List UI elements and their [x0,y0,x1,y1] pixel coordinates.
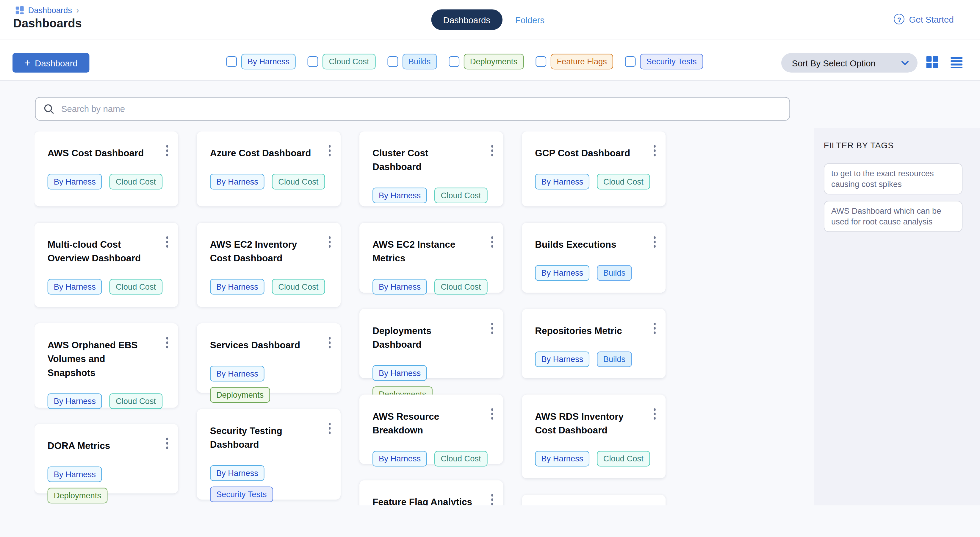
tag-by-harness: By Harness [535,174,589,190]
sidebar-tag-box[interactable]: to get to the exact resources causing co… [824,163,963,194]
tag-cloud-cost: Cloud Cost [434,188,487,203]
tab-dashboards[interactable]: Dashboards [431,10,502,30]
card-menu-button[interactable] [652,321,657,335]
list-view-icon[interactable] [951,56,963,68]
filter-checkbox-cloud-cost[interactable] [308,56,318,67]
dashboard-card[interactable]: AWS RDS Inventory Cost DashboardBy Harne… [522,395,665,479]
tag-by-harness: By Harness [48,467,102,482]
search-input[interactable] [60,103,790,115]
card-menu-button[interactable] [164,143,170,158]
card-tags: By HarnessCloud Cost [210,279,328,295]
card-tags: By HarnessCloud Cost [48,393,166,409]
card-tags: By HarnessCloud Cost [210,174,328,190]
card-menu-button[interactable] [327,421,332,435]
tag-cloud-cost[interactable]: Cloud Cost [323,54,375,70]
card-column: Azure Cost DashboardBy HarnessCloud Cost… [197,131,340,505]
card-menu-button[interactable] [327,335,332,350]
card-menu-button[interactable] [489,143,495,158]
card-menu-button[interactable] [652,406,657,421]
card-title: AWS Cost Dashboard [48,147,166,160]
card-title: Builds Executions [535,237,653,251]
get-started-label: Get Started [909,14,953,24]
card-tags: By HarnessBuilds [535,352,653,367]
card-menu-button[interactable] [652,234,657,249]
dashboard-card[interactable]: DORA MetricsBy HarnessDeployments [35,424,178,493]
card-tags: By HarnessCloud Cost [372,451,491,467]
tag-by-harness[interactable]: By Harness [241,54,296,70]
dashboard-card[interactable]: Multi-cloud Cost Overview DashboardBy Ha… [35,223,178,307]
card-menu-button[interactable] [164,436,170,450]
sidebar-tag-box[interactable]: AWS Dashboard which can be used for root… [824,201,963,232]
filter-checkbox-by-harness[interactable] [226,56,237,67]
tag-by-harness: By Harness [372,451,427,467]
card-menu-button[interactable] [652,143,657,158]
dashboard-card[interactable]: Repositories MetricBy HarnessBuilds [522,309,665,378]
tag-builds: Builds [597,352,632,367]
dashboard-card[interactable]: Azure Cost DashboardBy HarnessCloud Cost [197,131,340,206]
card-title: Security Testing Dashboard [210,424,328,451]
tag-feature-flags[interactable]: Feature Flags [550,54,613,70]
dashboard-card[interactable]: Deployments DashboardBy HarnessDeploymen… [360,309,503,378]
grid-view-icon[interactable] [926,56,938,68]
dashboard-card[interactable]: AWS Orphaned EBS Volumes and SnapshotsBy… [35,323,178,408]
card-tags: By HarnessCloud Cost [372,188,491,203]
tab-folders[interactable]: Folders [515,14,544,25]
dashboard-card[interactable]: AWS EC2 Inventory Cost DashboardBy Harne… [197,223,340,307]
tag-cloud-cost: Cloud Cost [110,174,162,190]
filter-checkbox-deployments[interactable] [449,56,459,67]
card-menu-button[interactable] [489,234,495,249]
dashboard-card[interactable]: Builds ExecutionsBy HarnessBuilds [522,223,665,293]
dashboard-card[interactable]: AWS Resource BreakdownBy HarnessCloud Co… [360,395,503,464]
tag-deployments: Deployments [48,488,107,504]
card-title: AWS Orphaned EBS Volumes and Snapshots [48,338,166,380]
card-title: Feature Flag Analytics [372,495,491,505]
tag-by-harness: By Harness [372,188,427,203]
search-bar [35,97,790,121]
dashboard-card[interactable]: Security Testing DashboardBy HarnessSecu… [197,409,340,500]
tag-deployments[interactable]: Deployments [464,54,523,70]
tag-by-harness: By Harness [372,279,427,295]
card-tags: By HarnessCloud Cost [535,174,653,190]
sort-by-select[interactable]: Sort By Select Option [781,53,918,73]
filter-checkbox-security-tests[interactable] [625,56,636,67]
dashboard-card[interactable]: Feature Flag Analytics [360,480,503,505]
tag-by-harness: By Harness [48,393,102,409]
card-menu-button[interactable] [489,321,495,335]
dashboard-card[interactable]: Services DashboardBy HarnessDeployments [197,323,340,393]
filter-checkbox-builds[interactable] [387,56,398,67]
filter-by-tags-heading: FILTER BY TAGS [824,141,970,150]
filter-item-feature-flags: Feature Flags [536,54,613,70]
breadcrumb[interactable]: Dashboards › [16,6,79,15]
card-menu-button[interactable] [327,234,332,249]
card-title: AWS EC2 Inventory Cost Dashboard [210,237,328,265]
tag-by-harness: By Harness [535,451,589,467]
new-dashboard-button[interactable]: + Dashboard [13,53,89,73]
dashboard-card[interactable]: GCP Cost DashboardBy HarnessCloud Cost [522,131,665,206]
dashboard-card[interactable]: AWS EC2 Instance MetricsBy HarnessCloud … [360,223,503,293]
card-title: Deployments Dashboard [372,324,491,351]
filter-checkbox-feature-flags[interactable] [536,56,546,67]
card-menu-button[interactable] [164,335,170,350]
tag-by-harness: By Harness [48,279,102,295]
breadcrumb-link[interactable]: Dashboards [28,6,72,15]
tag-cloud-cost: Cloud Cost [110,279,162,295]
tag-by-harness: By Harness [535,352,589,367]
dashboard-card[interactable] [522,495,665,505]
toolbar: + Dashboard By HarnessCloud CostBuildsDe… [0,39,980,81]
tag-cloud-cost: Cloud Cost [272,279,325,295]
page: AWS Cost DashboardBy HarnessCloud CostMu… [0,0,980,537]
get-started-link[interactable]: ? Get Started [894,14,954,24]
card-menu-button[interactable] [489,406,495,421]
card-title: Services Dashboard [210,338,328,352]
card-menu-button[interactable] [164,234,170,249]
card-menu-button[interactable] [489,492,495,505]
tag-security-tests[interactable]: Security Tests [640,54,703,70]
page-title: Dashboards [13,17,82,31]
filter-item-deployments: Deployments [449,54,523,70]
dashboard-card[interactable]: Cluster Cost DashboardBy HarnessCloud Co… [360,131,503,206]
dashboard-card[interactable]: AWS Cost DashboardBy HarnessCloud Cost [35,131,178,206]
tag-builds[interactable]: Builds [402,54,437,70]
tag-cloud-cost: Cloud Cost [597,451,650,467]
filter-item-builds: Builds [387,54,437,70]
card-menu-button[interactable] [327,143,332,158]
